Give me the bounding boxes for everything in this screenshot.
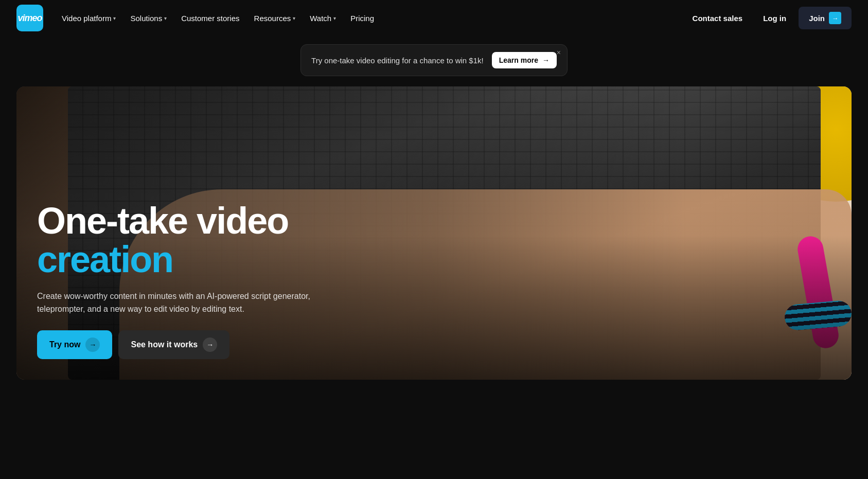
banner-learn-label: Learn more [499,56,538,64]
hero-title: One-take video creation [37,202,315,279]
banner-wrapper: Try one-take video editing for a chance … [0,36,868,86]
hero-subtitle: Create wow-worthy content in minutes wit… [37,290,315,316]
nav-label-customer-stories: Customer stories [181,14,239,23]
chevron-down-icon: ▾ [113,15,116,21]
hero-title-line2: creation [37,239,173,280]
join-button[interactable]: Join → [799,7,852,29]
banner-text: Try one-take video editing for a chance … [311,56,484,65]
nav-label-resources: Resources [254,14,291,23]
nav-item-solutions[interactable]: Solutions ▾ [124,10,173,27]
navbar: vimeo Video platform ▾ Solutions ▾ Custo… [0,0,868,36]
nav-item-watch[interactable]: Watch ▾ [304,10,342,27]
join-label: Join [809,14,825,23]
arrow-right-icon: → [203,338,217,352]
chevron-down-icon: ▾ [293,15,295,21]
logo[interactable]: vimeo [16,5,43,31]
contact-sales-button[interactable]: Contact sales [684,10,751,27]
promo-banner: Try one-take video editing for a chance … [300,44,568,76]
arrow-right-icon: → [85,338,100,352]
nav-label-solutions: Solutions [130,14,162,23]
see-how-label: See how it works [131,340,198,349]
nav-right: Contact sales Log in Join → [684,7,852,29]
banner-learn-more-button[interactable]: Learn more → [492,52,557,68]
chevron-down-icon: ▾ [333,15,336,21]
nav-links: Video platform ▾ Solutions ▾ Customer st… [56,10,684,27]
nav-label-video-platform: Video platform [62,14,111,23]
hero-buttons: Try now → See how it works → [37,330,315,359]
logo-text: vimeo [17,13,42,24]
hero-image: One-take video creation Create wow-worth… [16,86,852,380]
nav-item-video-platform[interactable]: Video platform ▾ [56,10,122,27]
banner-close-button[interactable]: × [557,49,561,56]
hero-title-line1: One-take video [37,200,288,241]
nav-item-customer-stories[interactable]: Customer stories [175,10,245,27]
nav-item-pricing[interactable]: Pricing [344,10,380,27]
try-now-label: Try now [49,340,80,349]
arrow-right-icon: → [542,56,550,64]
nav-item-resources[interactable]: Resources ▾ [248,10,302,27]
nav-label-watch: Watch [310,14,331,23]
hero-container: One-take video creation Create wow-worth… [0,86,868,400]
hero-content: One-take video creation Create wow-worth… [37,202,315,359]
arrow-right-icon: → [829,12,841,24]
login-button[interactable]: Log in [755,10,794,27]
see-how-it-works-button[interactable]: See how it works → [118,330,229,359]
try-now-button[interactable]: Try now → [37,330,112,359]
chevron-down-icon: ▾ [164,15,167,21]
nav-label-pricing: Pricing [350,14,374,23]
